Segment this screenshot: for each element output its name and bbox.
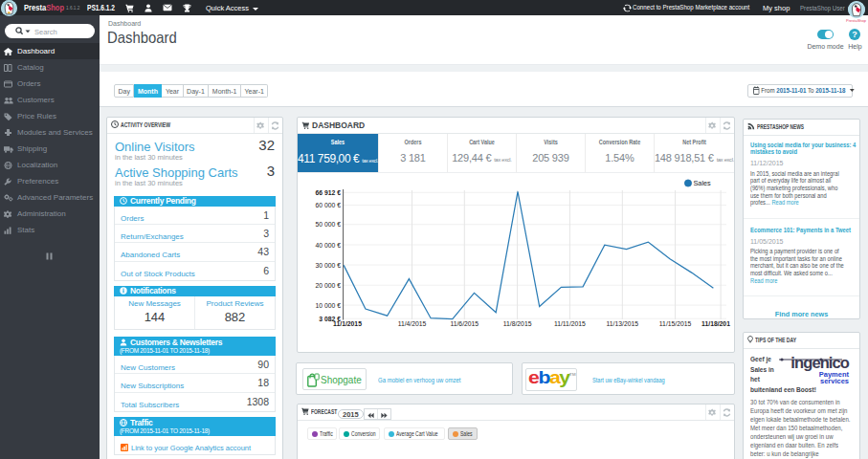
svg-text:10 000 €: 10 000 € <box>316 302 342 309</box>
svg-text:11/18/201: 11/18/201 <box>701 320 730 327</box>
svg-text:60 000 €: 60 000 € <box>316 202 342 208</box>
svg-text:66 912 €: 66 912 € <box>316 189 342 196</box>
svg-text:Sales: Sales <box>694 179 712 187</box>
svg-text:11/1/2015: 11/1/2015 <box>333 320 362 327</box>
svg-text:20 000 €: 20 000 € <box>316 282 342 289</box>
svg-text:50 000 €: 50 000 € <box>316 221 342 228</box>
svg-text:11/4/2015: 11/4/2015 <box>398 320 427 327</box>
svg-text:11/8/2015: 11/8/2015 <box>503 320 532 327</box>
svg-text:11/11/2015: 11/11/2015 <box>554 320 586 327</box>
svg-text:30 000 €: 30 000 € <box>316 262 342 269</box>
svg-text:11/6/2015: 11/6/2015 <box>450 320 479 327</box>
svg-text:11/15/2015: 11/15/2015 <box>659 320 692 327</box>
svg-text:40 000 €: 40 000 € <box>316 242 342 249</box>
svg-text:11/13/2015: 11/13/2015 <box>607 320 639 327</box>
